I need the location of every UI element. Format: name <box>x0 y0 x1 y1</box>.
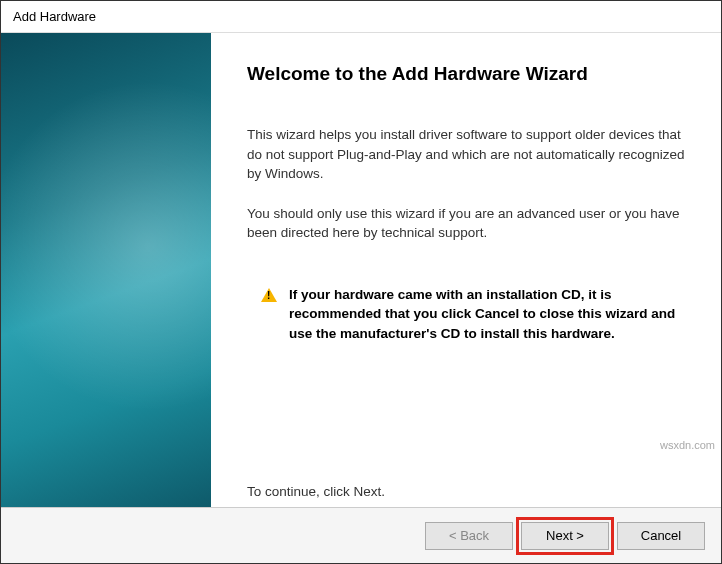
intro-paragraph-2: You should only use this wizard if you a… <box>247 204 691 243</box>
back-button[interactable]: < Back <box>425 522 513 550</box>
watermark: wsxdn.com <box>660 439 715 451</box>
next-button[interactable]: Next > <box>521 522 609 550</box>
wizard-sidebar-graphic <box>1 33 211 507</box>
window-title: Add Hardware <box>13 9 96 24</box>
page-title: Welcome to the Add Hardware Wizard <box>247 63 691 85</box>
add-hardware-window: Add Hardware Welcome to the Add Hardware… <box>0 0 722 564</box>
wizard-button-row: < Back Next > Cancel <box>1 507 721 563</box>
wizard-content: Welcome to the Add Hardware Wizard This … <box>1 33 721 507</box>
cancel-button[interactable]: Cancel <box>617 522 705 550</box>
window-titlebar: Add Hardware <box>1 1 721 33</box>
warning-text: If your hardware came with an installati… <box>289 285 691 344</box>
warning-block: If your hardware came with an installati… <box>247 285 691 344</box>
intro-paragraph-1: This wizard helps you install driver sof… <box>247 125 691 184</box>
warning-icon <box>261 288 277 302</box>
wizard-main-panel: Welcome to the Add Hardware Wizard This … <box>211 33 721 507</box>
continue-instruction: To continue, click Next. <box>247 484 385 499</box>
